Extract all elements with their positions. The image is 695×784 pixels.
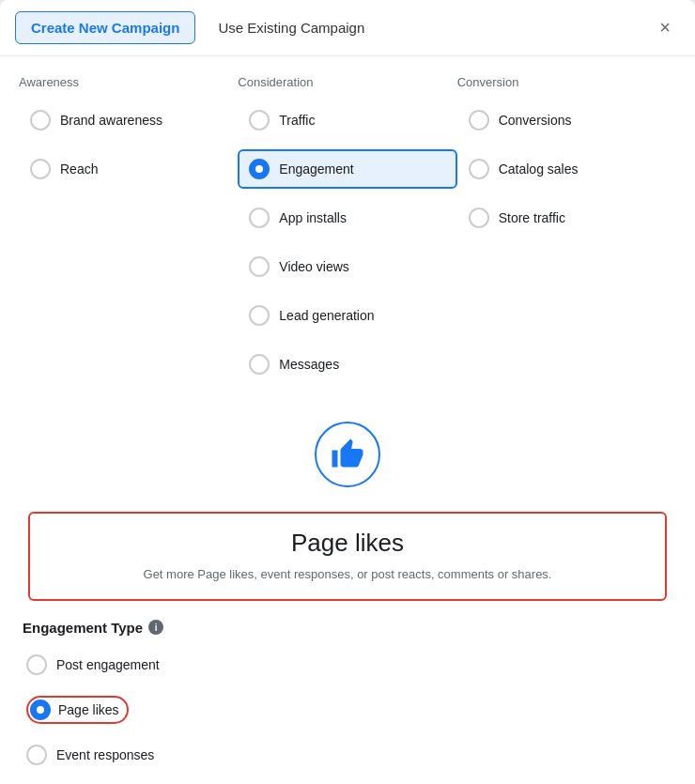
page-likes-box: Page likes Get more Page likes, event re… xyxy=(28,512,667,601)
conversion-header: Conversion xyxy=(457,75,676,89)
page-likes-description: Get more Page likes, event responses, or… xyxy=(53,565,642,584)
tab-create-new-campaign[interactable]: Create New Campaign xyxy=(15,11,195,44)
engagement-type-header: Engagement Type i xyxy=(23,620,672,636)
thumbs-up-icon-circle xyxy=(315,422,380,487)
radio-circle-brand-awareness xyxy=(30,110,51,131)
radio-circle-store-traffic xyxy=(469,208,489,228)
radio-label-video-views: Video views xyxy=(279,259,348,274)
radio-event-responses[interactable]: Event responses xyxy=(23,739,672,771)
modal-container: Create New Campaign Use Existing Campaig… xyxy=(0,0,695,784)
modal-header: Create New Campaign Use Existing Campaig… xyxy=(0,0,695,56)
radio-label-traffic: Traffic xyxy=(279,113,315,128)
eng-radio-label-page-likes: Page likes xyxy=(58,702,119,717)
info-icon[interactable]: i xyxy=(148,620,163,635)
close-button[interactable]: × xyxy=(650,13,680,43)
radio-engagement[interactable]: Engagement xyxy=(238,149,456,189)
awareness-column: Awareness Brand awareness Reach xyxy=(19,75,238,393)
page-likes-radio-box[interactable]: Page likes xyxy=(26,696,129,724)
engagement-type-label: Engagement Type xyxy=(23,620,143,636)
radio-page-likes-row[interactable]: Page likes xyxy=(23,690,672,730)
tab-use-existing-campaign[interactable]: Use Existing Campaign xyxy=(203,12,379,43)
radio-circle-conversions xyxy=(469,110,489,131)
radio-circle-app-installs xyxy=(249,208,270,228)
page-likes-title: Page likes xyxy=(53,529,642,558)
radio-post-engagement[interactable]: Post engagement xyxy=(23,649,672,681)
radio-label-catalog-sales: Catalog sales xyxy=(499,161,579,177)
radio-app-installs[interactable]: App installs xyxy=(238,198,456,238)
engagement-type-section: Engagement Type i Post engagement Page l… xyxy=(19,620,676,771)
eng-radio-circle-event-responses xyxy=(26,745,47,765)
awareness-header: Awareness xyxy=(19,75,238,89)
radio-conversions[interactable]: Conversions xyxy=(457,100,676,140)
radio-circle-lead-generation xyxy=(249,305,270,326)
radio-traffic[interactable]: Traffic xyxy=(238,100,456,140)
eng-radio-circle-page-likes xyxy=(30,699,51,720)
radio-label-app-installs: App installs xyxy=(279,210,347,225)
radio-circle-reach xyxy=(30,159,51,179)
conversion-column: Conversion Conversions Catalog sales Sto… xyxy=(457,75,676,393)
objective-section: Awareness Brand awareness Reach Consider… xyxy=(19,75,676,393)
radio-circle-messages xyxy=(249,354,270,375)
radio-circle-engagement xyxy=(249,159,270,179)
thumbs-up-icon xyxy=(331,438,364,471)
radio-lead-generation[interactable]: Lead generation xyxy=(238,296,456,335)
radio-label-lead-generation: Lead generation xyxy=(279,308,374,323)
eng-radio-label-post-engagement: Post engagement xyxy=(56,657,160,672)
radio-circle-video-views xyxy=(249,256,270,277)
radio-label-messages: Messages xyxy=(279,357,339,372)
radio-brand-awareness[interactable]: Brand awareness xyxy=(19,100,238,140)
eng-radio-label-event-responses: Event responses xyxy=(56,747,154,762)
radio-label-conversions: Conversions xyxy=(499,113,572,128)
radio-store-traffic[interactable]: Store traffic xyxy=(457,198,676,238)
radio-video-views[interactable]: Video views xyxy=(238,247,456,286)
eng-radio-circle-post-engagement xyxy=(26,654,47,675)
modal-body: Awareness Brand awareness Reach Consider… xyxy=(0,56,695,784)
radio-circle-traffic xyxy=(249,110,270,131)
radio-label-brand-awareness: Brand awareness xyxy=(60,113,162,128)
consideration-header: Consideration xyxy=(238,75,456,89)
radio-label-engagement: Engagement xyxy=(279,161,353,177)
engagement-preview xyxy=(19,422,676,497)
radio-reach[interactable]: Reach xyxy=(19,149,238,189)
consideration-column: Consideration Traffic Engagement App ins… xyxy=(238,75,456,393)
radio-circle-catalog-sales xyxy=(469,159,489,179)
radio-catalog-sales[interactable]: Catalog sales xyxy=(457,149,676,189)
radio-messages[interactable]: Messages xyxy=(238,345,456,384)
radio-label-store-traffic: Store traffic xyxy=(499,210,565,225)
radio-label-reach: Reach xyxy=(60,161,98,177)
